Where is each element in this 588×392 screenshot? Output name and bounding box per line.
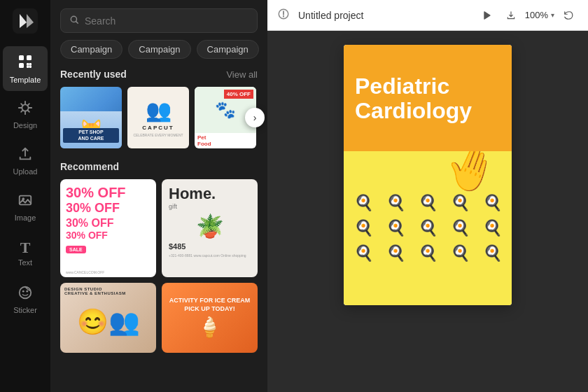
- egg-11: 🍳: [351, 244, 376, 262]
- bottom-row: DESIGN STUDIOCREATIVE & ENTHUSIASM 😊👥 AC…: [60, 283, 258, 353]
- recommend-thumb-home[interactable]: Home. gift 🪴 $485 +321-400-8881 www.capc…: [162, 179, 258, 277]
- canvas-yellow-section: 🍳 🍳 🍳 🍳 🍳 🍳 🍳 🍳 🍳 🍳 🍳 🍳 🍳 🍳: [344, 151, 512, 305]
- download-button[interactable]: [501, 6, 521, 25]
- sidebar-item-template[interactable]: Template: [3, 46, 48, 91]
- image-icon: [18, 192, 33, 211]
- svg-point-12: [22, 290, 24, 293]
- design-studio-label: DESIGN STUDIOCREATIVE & ENTHUSIASM: [64, 287, 152, 295]
- pet-food-badge: 40% OFF: [224, 90, 253, 99]
- canvas-orange-top: [344, 45, 512, 67]
- egg-14: 🍳: [447, 244, 472, 262]
- editor-toolbar: 100% ▾: [477, 6, 578, 25]
- egg-2: 🍳: [383, 194, 408, 212]
- sticker-icon: [18, 285, 33, 303]
- sidebar-item-sticker-label: Sticker: [13, 306, 37, 314]
- home-price: $485: [169, 242, 251, 251]
- canvas-area: Pediatric Cardiology 🍳 🍳 🍳 🍳 🍳 🍳 🍳 🍳: [267, 31, 588, 392]
- off-line-2: 30% OFF: [66, 202, 120, 216]
- sidebar: Template Design Upload: [0, 0, 50, 392]
- egg-6: 🍳: [351, 219, 376, 237]
- editor-area: Untitled project 100% ▾: [267, 0, 588, 392]
- sidebar-item-sticker[interactable]: Sticker: [3, 277, 48, 322]
- canvas-title-line2: Cardiology: [355, 99, 500, 123]
- canvas-title-line1: Pediatric: [355, 74, 500, 99]
- egg-9: 🍳: [447, 219, 472, 237]
- editor-body: Backgr... Resize Pediatric Cardiology: [267, 31, 588, 392]
- svg-marker-16: [484, 11, 490, 19]
- text-icon: T: [20, 240, 31, 255]
- search-icon: [69, 15, 79, 27]
- template-thumb-pet-shop[interactable]: 🐱 PET SHOPAND CARE: [60, 87, 122, 148]
- sidebar-item-image[interactable]: Image: [3, 185, 48, 230]
- template-icon: [17, 53, 34, 73]
- svg-rect-1: [19, 55, 24, 60]
- sidebar-item-upload-label: Upload: [13, 167, 38, 176]
- recommend-thumb-people[interactable]: DESIGN STUDIOCREATIVE & ENTHUSIASM 😊👥: [60, 283, 156, 353]
- recommend-thumb-30off[interactable]: 30% OFF 30% OFF 30% OFF 30% OFF SALE www…: [60, 179, 156, 277]
- svg-rect-2: [27, 55, 31, 60]
- canvas-orange-stripe: [344, 134, 512, 151]
- canvas-card: Pediatric Cardiology 🍳 🍳 🍳 🍳 🍳 🍳 🍳 🍳: [344, 45, 512, 305]
- home-title: Home.: [169, 186, 251, 202]
- template-thumb-capcut[interactable]: 👥 CAPCUT CELEBRATE EVERY MOMENT: [127, 87, 189, 148]
- upload-icon: [18, 146, 33, 164]
- home-plant-image: 🪴: [169, 213, 251, 239]
- people-image: 😊👥: [64, 295, 152, 349]
- home-links: +321-400-8881 www.capcut.com Online shop…: [169, 253, 251, 258]
- undo-button[interactable]: [559, 6, 578, 25]
- egg-7: 🍳: [383, 219, 408, 237]
- off-line-1: 30% OFF: [66, 185, 126, 200]
- recently-used-header: Recently used View all: [60, 69, 258, 80]
- egg-12: 🍳: [383, 244, 408, 262]
- egg-10: 🍳: [479, 219, 505, 237]
- sidebar-item-text-label: Text: [18, 258, 32, 267]
- sidebar-item-design-label: Design: [13, 121, 37, 130]
- egg-13: 🍳: [415, 244, 440, 262]
- category-tags: Campaign Campaign Campaign: [50, 40, 267, 66]
- play-button[interactable]: [477, 6, 497, 25]
- sidebar-item-design[interactable]: Design: [3, 92, 48, 137]
- egg-15: 🍳: [479, 244, 505, 262]
- egg-4: 🍳: [447, 194, 472, 212]
- category-tag-1[interactable]: Campaign: [60, 40, 122, 59]
- svg-point-13: [26, 290, 28, 293]
- svg-rect-4: [27, 63, 29, 66]
- sidebar-item-text[interactable]: T Text: [3, 231, 48, 276]
- website-url: www.CANCELCOM.OFF: [66, 270, 104, 274]
- svg-rect-3: [19, 63, 24, 68]
- search-input[interactable]: [85, 15, 248, 27]
- zoom-control[interactable]: 100% ▾: [525, 10, 554, 20]
- egg-3: 🍳: [415, 194, 440, 212]
- search-bar[interactable]: [60, 8, 258, 33]
- svg-rect-5: [29, 63, 32, 66]
- zoom-level: 100%: [525, 10, 548, 20]
- editor-header: Untitled project 100% ▾: [267, 0, 588, 31]
- off-line-3: 30% OFF: [66, 217, 113, 230]
- project-title[interactable]: Untitled project: [298, 10, 469, 21]
- template-panel: Campaign Campaign Campaign Recently used…: [50, 0, 267, 392]
- sidebar-item-image-label: Image: [15, 214, 36, 222]
- icecream-image: 🍦: [197, 316, 222, 339]
- zoom-chevron-icon: ▾: [551, 11, 554, 19]
- view-all-button[interactable]: View all: [226, 69, 258, 80]
- sidebar-item-template-label: Template: [10, 76, 41, 84]
- project-warning-icon: [277, 8, 290, 23]
- sale-badge: SALE: [66, 246, 86, 253]
- logo: [11, 7, 39, 35]
- category-tag-3[interactable]: Campaign: [197, 40, 259, 59]
- icecream-title: ACTIVITY FOR ICE CREAMPICK UP TODAY!: [169, 297, 250, 313]
- recently-used-title: Recently used: [60, 69, 127, 80]
- svg-point-11: [20, 287, 31, 299]
- panel-content: Recently used View all 🐱 PET SHOPAND CAR…: [50, 66, 267, 392]
- home-subtitle: gift: [169, 203, 251, 210]
- recently-used-next-btn[interactable]: ›: [245, 108, 265, 127]
- recommend-thumb-icecream[interactable]: ACTIVITY FOR ICE CREAMPICK UP TODAY! 🍦: [162, 283, 258, 353]
- recommend-grid: 30% OFF 30% OFF 30% OFF 30% OFF SALE www…: [60, 179, 258, 277]
- category-tag-2[interactable]: Campaign: [128, 40, 190, 59]
- svg-rect-6: [27, 66, 29, 69]
- svg-rect-7: [29, 66, 32, 69]
- canvas-title-block: Pediatric Cardiology: [344, 67, 512, 134]
- sidebar-item-upload[interactable]: Upload: [3, 139, 48, 183]
- off-line-4: 30% OFF: [66, 230, 108, 241]
- egg-1: 🍳: [351, 194, 376, 212]
